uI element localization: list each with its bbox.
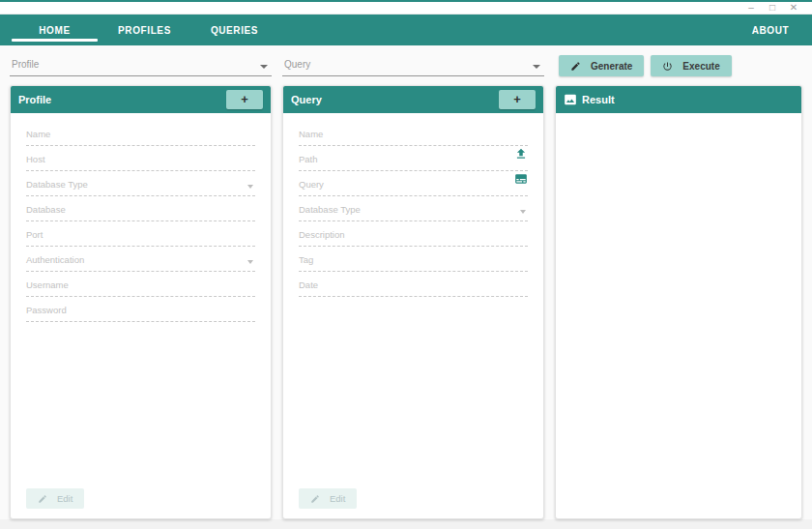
result-card-header: Result [556,86,801,113]
profile-card-header: Profile + [11,86,271,113]
action-buttons: Generate Execute [559,55,732,76]
field-label: Description [299,229,345,240]
query-query-field[interactable]: Query [299,171,528,196]
profile-select-placeholder: Profile [10,57,272,75]
profile-port-field[interactable]: Port [26,221,255,247]
profile-database-field[interactable]: Database [26,196,255,221]
query-description-field[interactable]: Description [299,221,528,247]
chevron-down-icon [247,185,253,189]
chevron-down-icon [533,65,540,69]
result-card-title: Result [582,94,615,105]
field-label: Query [299,179,324,190]
subtitles-icon[interactable] [514,172,528,190]
field-label: Database [26,204,66,215]
pencil-icon [570,61,581,72]
field-label: Port [26,229,43,240]
field-label: Username [26,279,69,290]
nav-bar: HOME PROFILES QUERIES ABOUT [0,15,812,45]
minimize-icon[interactable]: – [740,3,762,13]
profile-database-type-select[interactable]: Database Type [26,171,255,196]
query-card-header: Query + [283,86,543,113]
pencil-icon [38,494,47,504]
query-database-type-select[interactable]: Database Type [299,196,528,221]
profile-username-field[interactable]: Username [26,272,255,297]
cards-row: Profile + Name Host Database Type Databa… [0,85,812,519]
result-card: Result [555,85,802,519]
tab-profiles[interactable]: PROFILES [100,15,189,45]
field-label: Date [299,279,318,290]
tab-queries[interactable]: QUERIES [189,15,279,45]
generate-button[interactable]: Generate [559,55,644,76]
chevron-down-icon [247,260,253,264]
tab-home[interactable]: HOME [10,15,100,45]
profile-card-title: Profile [18,94,51,105]
power-icon [662,61,673,72]
chevron-down-icon [260,65,268,69]
field-label: Host [26,154,45,164]
profile-card-body: Name Host Database Type Database Port Au… [11,113,271,322]
query-select[interactable]: Query [282,57,544,76]
profile-select[interactable]: Profile [10,57,272,76]
profile-card: Profile + Name Host Database Type Databa… [10,85,272,519]
field-label: Authentication [26,254,84,265]
tab-about[interactable]: ABOUT [737,15,804,45]
query-tag-field[interactable]: Tag [299,247,528,272]
field-label: Password [26,305,67,315]
field-label: Database Type [26,179,88,190]
profile-edit-button[interactable]: Edit [26,488,84,509]
generate-button-label: Generate [591,61,632,72]
query-date-field[interactable]: Date [299,272,528,297]
add-profile-button[interactable]: + [226,90,263,109]
pencil-icon [310,494,320,504]
upload-icon[interactable] [514,147,528,164]
query-edit-button[interactable]: Edit [299,488,357,509]
toolbar: Profile Query Generate Execute [0,45,812,85]
query-select-underline [282,75,544,76]
profile-select-underline [10,75,272,76]
profile-host-field[interactable]: Host [26,146,255,171]
execute-button-label: Execute [682,61,719,72]
field-label: Database Type [299,204,361,215]
profile-name-field[interactable]: Name [26,121,255,146]
profile-password-field[interactable]: Password [26,297,255,322]
field-label: Tag [299,254,313,265]
query-select-placeholder: Query [282,57,544,75]
execute-button[interactable]: Execute [651,55,731,76]
chevron-down-icon [520,210,526,214]
query-card-title: Query [291,94,322,105]
field-label: Name [26,129,50,139]
profile-authentication-select[interactable]: Authentication [26,247,255,272]
query-name-field[interactable]: Name [299,121,528,146]
maximize-icon[interactable]: □ [762,3,783,13]
query-path-field[interactable]: Path [299,146,528,171]
add-query-button[interactable]: + [499,90,536,109]
window-titlebar: – □ ✕ [0,2,812,15]
field-label: Path [299,154,318,164]
result-card-body [556,113,801,121]
query-card: Query + Name Path Query Database Type [282,85,544,519]
field-label: Name [299,129,323,139]
profile-edit-button-label: Edit [57,493,72,504]
query-edit-button-label: Edit [330,493,345,504]
close-icon[interactable]: ✕ [783,3,804,13]
image-icon [564,93,577,106]
query-card-body: Name Path Query Database Type Descriptio… [283,113,543,297]
